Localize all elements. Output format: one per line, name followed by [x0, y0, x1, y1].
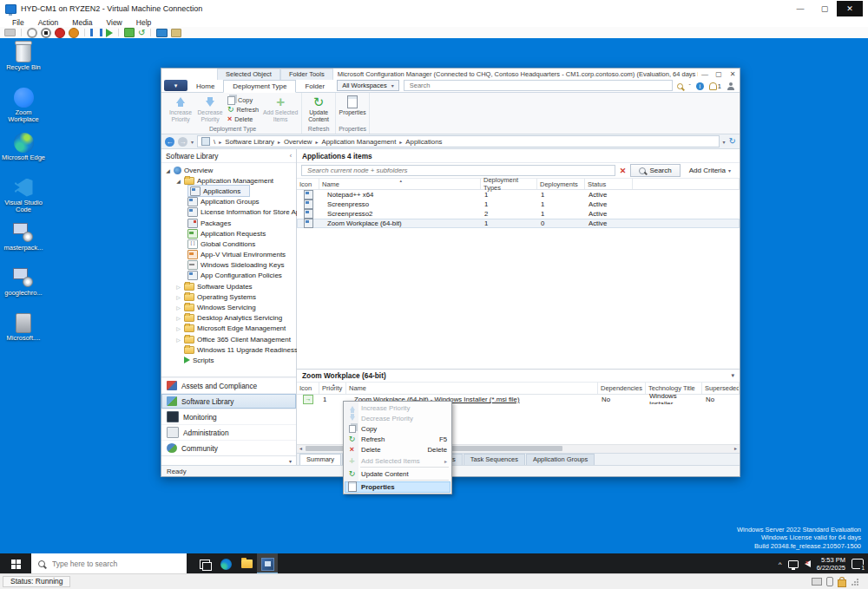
tab-deployment-type[interactable]: Deployment Type — [223, 80, 296, 93]
menu-item-update-content[interactable]: ↻ Update Content — [345, 468, 450, 479]
menu-action[interactable]: Action — [31, 18, 66, 27]
table-row-selected[interactable]: Zoom Workplace (64-bit) 1 0 Active — [297, 219, 740, 228]
column-technology-title[interactable]: Technology Title — [646, 383, 702, 394]
desktop-icon-microsoft-package[interactable]: Microsoft.... — [0, 312, 47, 342]
menu-item-delete[interactable]: × Delete Delete — [345, 445, 450, 455]
expander-icon[interactable] — [175, 337, 181, 343]
host-close-button[interactable]: ✕ — [837, 1, 863, 16]
menu-view[interactable]: View — [99, 18, 128, 27]
resume-icon[interactable] — [106, 29, 113, 37]
properties-button[interactable]: Properties — [338, 93, 367, 116]
column-icon[interactable]: Icon — [297, 383, 319, 394]
tree-item-edge-management[interactable]: Microsoft Edge Management — [161, 324, 296, 334]
column-name[interactable]: Name — [346, 383, 598, 394]
column-deployment-types[interactable]: Deployment Types — [481, 179, 537, 189]
tree-item-applications[interactable]: Applications — [161, 186, 296, 196]
menu-help[interactable]: Help — [129, 18, 158, 27]
workspace-dropdown[interactable]: All Workspaces ▾ — [337, 80, 399, 91]
forward-button[interactable]: → — [178, 137, 187, 147]
desktop-icon-zoom-workplace[interactable]: Zoom Workplace — [0, 87, 47, 123]
menu-item-refresh[interactable]: ↻ Refresh F5 — [345, 435, 450, 445]
tray-expand-icon[interactable]: ^ — [779, 560, 782, 568]
taskbar-clock[interactable]: 5:53 PM 6/22/2025 — [817, 556, 845, 572]
turn-off-icon[interactable] — [41, 28, 51, 38]
breadcrumb[interactable]: \ ▸ Software Library ▸ Overview ▸ Applic… — [197, 135, 720, 147]
notifications-bell[interactable]: 1 — [709, 82, 721, 90]
revert-icon[interactable]: ↺ — [138, 29, 145, 37]
desktop-icon-vscode[interactable]: Visual Studio Code — [0, 177, 47, 213]
save-vm-icon[interactable] — [69, 28, 79, 38]
expander-icon[interactable] — [175, 325, 181, 331]
desktop-icon-microsoft-edge[interactable]: Microsoft Edge — [0, 132, 47, 161]
tab-application-groups[interactable]: Application Groups — [526, 454, 595, 465]
expander-icon[interactable] — [165, 167, 171, 173]
start-vm-icon[interactable] — [27, 28, 37, 38]
history-dropdown-icon[interactable]: ▾ — [191, 139, 194, 145]
taskbar-configmgr-button[interactable] — [257, 553, 278, 574]
menu-media[interactable]: Media — [65, 18, 99, 27]
breadcrumb-item[interactable]: Overview — [284, 138, 312, 146]
contextual-tab-folder-tools[interactable]: Folder Tools — [280, 69, 333, 80]
taskbar-explorer-button[interactable] — [236, 553, 257, 574]
tree-item-app-configuration-policies[interactable]: App Configuration Policies — [161, 271, 296, 281]
contextual-tab-selected-object[interactable]: Selected Object — [217, 69, 280, 80]
expander-icon[interactable] — [175, 315, 181, 321]
tree-item-office365[interactable]: Office 365 Client Management — [161, 334, 296, 344]
workspace-software-library[interactable]: Software Library — [161, 393, 296, 409]
refresh-node-icon[interactable]: ↻ — [729, 137, 736, 146]
workspace-administration[interactable]: Administration — [161, 424, 296, 440]
menu-item-properties[interactable]: Properties — [345, 481, 450, 492]
tree-item-win11-upgrade-readiness[interactable]: Windows 11 Upgrade Readiness — [161, 344, 296, 355]
feedback-person-icon[interactable] — [727, 82, 734, 90]
breadcrumb-item[interactable]: Application Management — [322, 138, 397, 146]
menu-item-add-selected-items[interactable]: + Add Selected Items ▸ — [345, 455, 450, 466]
table-row[interactable]: Screenpresso 1 1 Active — [297, 200, 740, 209]
volume-muted-icon[interactable] — [805, 560, 811, 567]
update-content-button[interactable]: ↻ Update Content — [304, 93, 333, 122]
desktop-icon-googlechrome[interactable]: googlechro... — [0, 267, 47, 297]
column-icon[interactable]: Icon — [297, 179, 319, 189]
tree-item-application-requests[interactable]: Application Requests — [161, 228, 296, 239]
delete-button[interactable]: × Delete — [227, 115, 259, 123]
column-superseded[interactable]: Superseded — [702, 383, 740, 394]
expander-icon[interactable] — [175, 294, 181, 300]
checkpoint-icon[interactable] — [124, 28, 135, 37]
workspace-collapse-button[interactable]: ▾ — [161, 455, 296, 465]
workspace-community[interactable]: Community — [161, 440, 296, 455]
action-center-icon[interactable]: 1 — [852, 559, 864, 569]
breadcrumb-root[interactable]: \ — [214, 138, 215, 146]
start-button[interactable] — [0, 553, 31, 574]
scroll-left-icon[interactable]: ◄ — [298, 446, 304, 452]
menu-item-copy[interactable]: Copy — [345, 423, 450, 434]
collapse-detail-icon[interactable]: ▾ — [731, 372, 734, 379]
add-criteria-button[interactable]: Add Criteria ▾ — [685, 167, 735, 174]
menu-item-decrease-priority[interactable]: Decrease Priority — [345, 413, 450, 423]
clear-search-icon[interactable]: ✕ — [620, 167, 627, 175]
cm-close-button[interactable]: ✕ — [726, 69, 740, 80]
expander-icon[interactable] — [175, 284, 181, 290]
breadcrumb-item[interactable]: Software Library — [225, 138, 274, 146]
collapse-pane-icon[interactable]: ‹ — [290, 153, 292, 159]
task-view-button[interactable] — [194, 553, 215, 574]
scroll-right-icon[interactable]: ► — [733, 446, 739, 452]
tree-item-windows-servicing[interactable]: Windows Servicing — [161, 302, 296, 312]
expander-icon[interactable] — [175, 178, 181, 184]
network-icon[interactable] — [788, 560, 799, 568]
tree-item-global-conditions[interactable]: [ ]Global Conditions — [161, 239, 296, 249]
table-row[interactable]: Screenpresso2 2 1 Active — [297, 209, 740, 219]
copy-button[interactable]: Copy — [227, 96, 259, 104]
tree-item-sideloading-keys[interactable]: Windows Sideloading Keys — [161, 260, 296, 271]
address-dropdown-icon[interactable]: ▾ — [723, 139, 726, 145]
tree-item-overview[interactable]: Overview — [161, 165, 296, 175]
ctrl-alt-del-icon[interactable] — [4, 29, 16, 36]
expander-icon[interactable] — [175, 304, 181, 311]
tab-summary[interactable]: Summary — [299, 454, 341, 465]
share-icon[interactable] — [171, 29, 181, 37]
workspace-assets-and-compliance[interactable]: Assets and Compliance — [161, 377, 296, 393]
host-maximize-button[interactable]: ▢ — [812, 1, 837, 16]
tree-item-desktop-analytics[interactable]: Desktop Analytics Servicing — [161, 313, 296, 324]
tree-item-packages[interactable]: Packages — [161, 218, 296, 228]
cm-maximize-button[interactable]: ▢ — [712, 69, 726, 80]
column-deployments[interactable]: Deployments — [537, 179, 585, 189]
decrease-priority-button[interactable]: Decrease Priority — [195, 93, 225, 122]
